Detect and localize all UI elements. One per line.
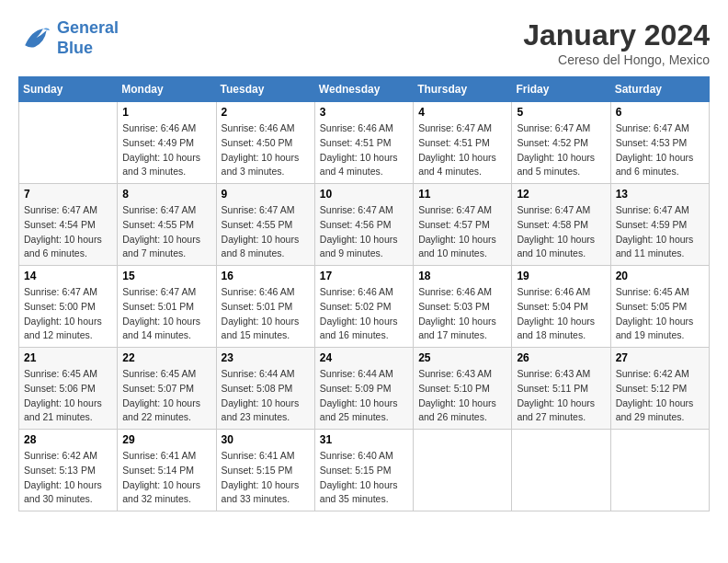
daylight-text: Daylight: 10 hours	[418, 316, 496, 327]
day-number: 13	[616, 188, 704, 201]
day-number: 20	[616, 270, 704, 282]
daylight-text: Daylight: 10 hours	[320, 479, 398, 490]
day-info: Sunrise: 6:46 AMSunset: 4:51 PMDaylight:…	[320, 121, 408, 179]
day-info: Sunrise: 6:46 AMSunset: 5:03 PMDaylight:…	[418, 285, 506, 343]
calendar-cell: 15Sunrise: 6:47 AMSunset: 5:01 PMDayligh…	[118, 266, 216, 348]
daylight-text: Daylight: 10 hours	[517, 397, 595, 408]
calendar-header: SundayMondayTuesdayWednesdayThursdayFrid…	[19, 77, 710, 102]
logo-icon	[18, 22, 51, 55]
daylight-text: and 19 minutes.	[616, 329, 685, 340]
calendar-cell: 5Sunrise: 6:47 AMSunset: 4:52 PMDaylight…	[512, 102, 610, 184]
sunset-text: Sunset: 5:13 PM	[24, 465, 96, 476]
sunrise-text: Sunrise: 6:44 AM	[320, 368, 393, 379]
daylight-text: Daylight: 10 hours	[418, 397, 496, 408]
calendar-cell: 17Sunrise: 6:46 AMSunset: 5:02 PMDayligh…	[314, 266, 413, 348]
calendar-cell	[512, 430, 610, 511]
sunset-text: Sunset: 5:01 PM	[122, 301, 194, 312]
day-info: Sunrise: 6:43 AMSunset: 5:11 PMDaylight:…	[517, 367, 605, 425]
day-number: 19	[517, 270, 605, 282]
day-info: Sunrise: 6:47 AMSunset: 5:00 PMDaylight:…	[24, 285, 112, 343]
sunrise-text: Sunrise: 6:41 AM	[122, 450, 196, 461]
weekday-header-tuesday: Tuesday	[216, 77, 314, 102]
daylight-text: Daylight: 10 hours	[222, 479, 300, 490]
day-number: 1	[122, 106, 210, 119]
sunrise-text: Sunrise: 6:47 AM	[24, 286, 97, 297]
day-info: Sunrise: 6:46 AMSunset: 5:02 PMDaylight:…	[320, 285, 408, 343]
daylight-text: and 7 minutes.	[122, 247, 186, 259]
weekday-header-saturday: Saturday	[610, 77, 709, 102]
day-number: 25	[418, 351, 506, 364]
day-number: 7	[24, 188, 112, 201]
day-number: 27	[616, 351, 704, 364]
calendar-cell: 4Sunrise: 6:47 AMSunset: 4:51 PMDaylight…	[414, 102, 512, 184]
daylight-text: Daylight: 10 hours	[24, 234, 102, 245]
sunrise-text: Sunrise: 6:46 AM	[122, 122, 196, 133]
calendar-week-row: 28Sunrise: 6:42 AMSunset: 5:13 PMDayligh…	[19, 430, 710, 511]
daylight-text: and 11 minutes.	[616, 247, 685, 259]
calendar-cell: 9Sunrise: 6:47 AMSunset: 4:55 PMDaylight…	[216, 184, 314, 266]
daylight-text: and 12 minutes.	[24, 329, 93, 340]
calendar-cell: 22Sunrise: 6:45 AMSunset: 5:07 PMDayligh…	[118, 348, 216, 430]
calendar-cell	[610, 430, 709, 511]
daylight-text: and 18 minutes.	[517, 329, 586, 340]
day-info: Sunrise: 6:45 AMSunset: 5:06 PMDaylight:…	[24, 367, 112, 425]
daylight-text: Daylight: 10 hours	[320, 397, 398, 408]
weekday-header-friday: Friday	[512, 77, 610, 102]
sunrise-text: Sunrise: 6:47 AM	[418, 204, 492, 215]
daylight-text: Daylight: 10 hours	[320, 152, 398, 163]
daylight-text: Daylight: 10 hours	[616, 234, 694, 245]
day-number: 2	[222, 106, 310, 119]
calendar-cell	[414, 430, 512, 511]
sunset-text: Sunset: 5:12 PM	[616, 383, 688, 394]
day-info: Sunrise: 6:47 AMSunset: 4:52 PMDaylight:…	[517, 121, 605, 179]
calendar-cell: 3Sunrise: 6:46 AMSunset: 4:51 PMDaylight…	[314, 102, 413, 184]
calendar-cell: 10Sunrise: 6:47 AMSunset: 4:56 PMDayligh…	[314, 184, 413, 266]
daylight-text: and 32 minutes.	[122, 493, 191, 504]
day-info: Sunrise: 6:44 AMSunset: 5:08 PMDaylight:…	[222, 367, 310, 425]
sunset-text: Sunset: 4:57 PM	[418, 219, 490, 230]
logo-text: General Blue	[57, 18, 119, 58]
weekday-header-row: SundayMondayTuesdayWednesdayThursdayFrid…	[19, 77, 710, 102]
day-info: Sunrise: 6:47 AMSunset: 4:53 PMDaylight:…	[616, 121, 704, 179]
calendar-cell: 24Sunrise: 6:44 AMSunset: 5:09 PMDayligh…	[314, 348, 413, 430]
day-number: 4	[418, 106, 506, 119]
weekday-header-thursday: Thursday	[414, 77, 512, 102]
sunrise-text: Sunrise: 6:42 AM	[24, 450, 97, 461]
sunset-text: Sunset: 4:51 PM	[320, 137, 392, 148]
daylight-text: Daylight: 10 hours	[24, 479, 102, 490]
calendar-cell: 21Sunrise: 6:45 AMSunset: 5:06 PMDayligh…	[19, 348, 118, 430]
daylight-text: Daylight: 10 hours	[122, 316, 200, 327]
day-number: 29	[122, 433, 210, 446]
daylight-text: and 4 minutes.	[418, 166, 482, 177]
day-number: 15	[122, 270, 210, 282]
sunrise-text: Sunrise: 6:47 AM	[517, 204, 590, 215]
daylight-text: and 17 minutes.	[418, 329, 487, 340]
location-subtitle: Cereso del Hongo, Mexico	[523, 52, 710, 67]
daylight-text: and 16 minutes.	[320, 329, 389, 340]
sunrise-text: Sunrise: 6:44 AM	[222, 368, 295, 379]
daylight-text: Daylight: 10 hours	[122, 234, 200, 245]
day-number: 10	[320, 188, 408, 201]
calendar-cell: 18Sunrise: 6:46 AMSunset: 5:03 PMDayligh…	[414, 266, 512, 348]
title-block: January 2024 Cereso del Hongo, Mexico	[523, 18, 710, 67]
daylight-text: and 33 minutes.	[222, 493, 290, 504]
daylight-text: Daylight: 10 hours	[222, 397, 300, 408]
sunset-text: Sunset: 4:50 PM	[222, 137, 293, 148]
sunset-text: Sunset: 5:02 PM	[320, 301, 392, 312]
daylight-text: Daylight: 10 hours	[24, 397, 102, 408]
daylight-text: and 26 minutes.	[418, 411, 487, 422]
day-info: Sunrise: 6:46 AMSunset: 5:04 PMDaylight:…	[517, 285, 605, 343]
sunrise-text: Sunrise: 6:47 AM	[418, 122, 492, 133]
day-number: 28	[24, 433, 112, 446]
weekday-header-sunday: Sunday	[19, 77, 118, 102]
day-number: 30	[222, 433, 310, 446]
sunset-text: Sunset: 5:06 PM	[24, 383, 96, 394]
day-number: 21	[24, 351, 112, 364]
day-info: Sunrise: 6:43 AMSunset: 5:10 PMDaylight:…	[418, 367, 506, 425]
sunset-text: Sunset: 4:53 PM	[616, 137, 688, 148]
calendar-body: 1Sunrise: 6:46 AMSunset: 4:49 PMDaylight…	[19, 102, 710, 511]
sunset-text: Sunset: 5:04 PM	[517, 301, 588, 312]
calendar-week-row: 14Sunrise: 6:47 AMSunset: 5:00 PMDayligh…	[19, 266, 710, 348]
sunrise-text: Sunrise: 6:43 AM	[418, 368, 492, 379]
daylight-text: Daylight: 10 hours	[24, 316, 102, 327]
